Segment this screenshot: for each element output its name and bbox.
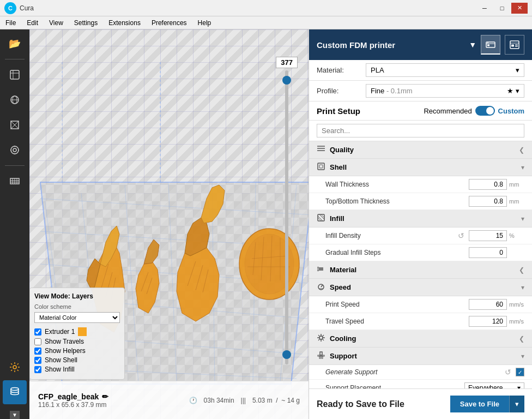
infill-chevron-icon: ▾	[521, 215, 524, 223]
infill-density-input[interactable]	[469, 230, 507, 241]
model-dims: 116.1 x 65.6 x 37.9 mm	[38, 401, 108, 409]
menu-preferences[interactable]: Preferences	[146, 16, 192, 29]
menu-file[interactable]: File	[0, 16, 21, 29]
support-placement-value-text: Everywhere	[468, 384, 503, 388]
toolbar-btn-settings[interactable]	[3, 355, 27, 379]
custom-label[interactable]: Custom	[498, 107, 524, 115]
minimize-button[interactable]: ─	[476, 3, 493, 14]
travel-speed-input[interactable]	[469, 316, 507, 327]
speed-label: Speed	[330, 283, 351, 291]
slider-thumb-top[interactable]	[282, 76, 291, 85]
show-shell-checkbox[interactable]	[34, 357, 41, 364]
svg-rect-106	[319, 356, 321, 358]
app-logo: C	[4, 2, 16, 14]
speed-section-header[interactable]: Speed ▾	[309, 279, 532, 296]
print-speed-unit: mm/s	[509, 301, 524, 308]
save-btn-group: Save to File ▾	[450, 396, 524, 412]
svg-point-18	[11, 388, 19, 391]
show-infill-checkbox[interactable]	[34, 366, 41, 373]
filament-icon: |||	[241, 397, 246, 404]
viewport[interactable]: 377 View Mode: Layers Color scheme Mater…	[29, 29, 309, 419]
shell-section-header[interactable]: Shell ▾	[309, 159, 532, 176]
extruder-checkbox[interactable]	[34, 328, 41, 336]
printer-settings-button[interactable]	[505, 35, 524, 55]
print-setup-header: Print Setup Recommended Custom	[309, 101, 532, 121]
svg-rect-104	[320, 352, 322, 355]
wall-thickness-label: Wall Thickness	[325, 181, 469, 188]
layers-toggle[interactable]: ▼	[10, 411, 20, 419]
slider-thumb-bottom[interactable]	[282, 350, 291, 359]
search-input[interactable]	[317, 124, 524, 137]
menu-extensions[interactable]: Extensions	[103, 16, 146, 29]
svg-rect-79	[319, 165, 323, 168]
color-scheme-select[interactable]: Material Color	[34, 312, 120, 323]
toolbar-btn-5[interactable]	[3, 169, 27, 193]
material-section-header[interactable]: Material ❮	[309, 261, 532, 279]
show-travels-checkbox[interactable]	[34, 338, 41, 345]
menu-edit[interactable]: Edit	[21, 16, 44, 29]
quality-label: Quality	[330, 146, 354, 154]
menu-help[interactable]: Help	[192, 16, 217, 29]
svg-rect-74	[515, 46, 518, 47]
support-placement-dropdown[interactable]: Everywhere ▾	[464, 382, 524, 388]
close-button[interactable]: ✕	[511, 3, 528, 14]
support-chevron-icon: ▾	[521, 352, 524, 360]
toolbar-btn-1[interactable]	[3, 63, 27, 87]
speed-chevron-icon: ▾	[521, 284, 524, 291]
toolbar-btn-3[interactable]	[3, 113, 27, 137]
menubar: File Edit View Settings Extensions Prefe…	[0, 16, 532, 29]
infill-density-reset-icon[interactable]: ↺	[458, 231, 464, 240]
profile-chevron-icon: ▾	[516, 87, 519, 95]
profile-dropdown[interactable]: Fine - 0.1mm ★ ▾	[366, 84, 524, 98]
support-section-header[interactable]: Support ▾	[309, 348, 532, 365]
ready-text: Ready to Save to File	[317, 399, 404, 409]
toolbar-btn-4[interactable]	[3, 138, 27, 162]
show-helpers-checkbox[interactable]	[34, 348, 41, 355]
wall-thickness-input[interactable]	[469, 179, 507, 190]
show-infill-row: Show Infill	[34, 366, 120, 373]
top-bottom-thickness-input[interactable]	[469, 196, 507, 207]
setup-mode-area: Recommended Custom	[424, 106, 524, 116]
print-stats: 🕐 03h 34min ||| 5.03 m / ~ 14 g	[189, 397, 300, 404]
filament-info: 5.03 m / ~ 14 g	[252, 397, 300, 404]
profile-control: Fine - 0.1mm ★ ▾	[366, 84, 524, 98]
material-row: Material: PLA ▾	[309, 60, 532, 81]
menu-settings[interactable]: Settings	[69, 16, 103, 29]
wall-thickness-row: Wall Thickness mm	[309, 176, 532, 193]
main-layout: 📂	[0, 29, 532, 419]
menu-view[interactable]: View	[44, 16, 69, 29]
edit-name-icon[interactable]: ✏	[102, 392, 108, 401]
quality-section-header[interactable]: Quality ❮	[309, 141, 532, 159]
top-bottom-thickness-unit: mm	[509, 198, 524, 205]
layer-slider[interactable]: 377	[276, 57, 298, 364]
model-name: CFP_eagle_beak ✏	[38, 392, 108, 401]
infill-section-header[interactable]: Infill ▾	[309, 210, 532, 228]
svg-rect-72	[511, 45, 514, 47]
top-bottom-thickness-row: Top/Bottom Thickness mm	[309, 193, 532, 210]
save-to-file-button[interactable]: Save to File	[450, 396, 509, 412]
save-dropdown-button[interactable]: ▾	[509, 396, 524, 412]
restore-button[interactable]: □	[494, 3, 510, 14]
svg-line-101	[322, 339, 324, 340]
generate-support-checkbox[interactable]: ✓	[516, 368, 524, 376]
mode-toggle[interactable]	[475, 106, 495, 116]
toolbar-btn-2[interactable]	[3, 88, 27, 112]
cooling-section-header[interactable]: Cooling ❮	[309, 330, 532, 348]
generate-support-reset-icon[interactable]: ↺	[505, 368, 511, 376]
show-shell-row: Show Shell	[34, 356, 120, 364]
view-mode-panel: View Mode: Layers Color scheme Material …	[29, 288, 125, 380]
extruder-label: Extruder 1	[45, 328, 75, 336]
print-speed-input[interactable]	[469, 299, 507, 310]
wall-thickness-unit: mm	[509, 181, 524, 188]
layers-view-button[interactable]	[3, 380, 27, 404]
printer-manage-button[interactable]	[481, 35, 500, 55]
material-dropdown[interactable]: PLA ▾	[366, 63, 524, 77]
infill-density-value: ↺ %	[458, 230, 524, 241]
open-file-button[interactable]: 📂	[3, 32, 27, 56]
gradual-infill-input[interactable]	[469, 247, 507, 258]
printer-dropdown-button[interactable]: ▼	[469, 40, 476, 49]
window-controls: ─ □ ✕	[476, 3, 528, 14]
slider-track[interactable]	[285, 70, 288, 364]
right-panel: Custom FDM printer ▼	[309, 29, 532, 419]
view-mode-title: View Mode: Layers	[34, 292, 120, 300]
